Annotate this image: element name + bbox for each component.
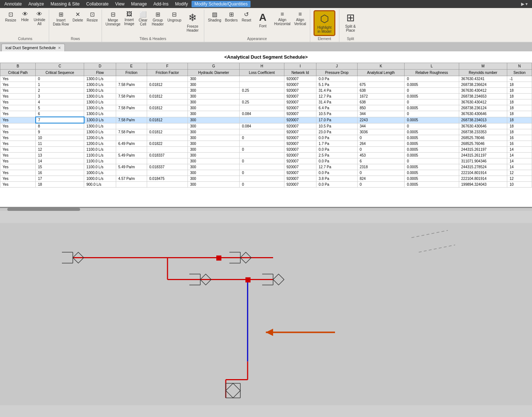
table-row[interactable]: Yes01300.0 L/s3009200070.0 Pa0367630.432…: [0, 76, 532, 82]
table-cell[interactable]: 268525.78046: [459, 135, 507, 141]
table-cell[interactable]: 1: [36, 82, 84, 88]
menu-annotate[interactable]: Annotate: [1, 1, 25, 7]
table-cell[interactable]: 4.57 Pa/m: [116, 176, 147, 182]
table-cell[interactable]: 18: [507, 129, 532, 135]
table-cell[interactable]: 0.0 Pa: [316, 147, 358, 153]
menu-view[interactable]: View: [112, 1, 127, 7]
table-cell[interactable]: -1: [507, 76, 532, 82]
table-cell[interactable]: 1300.0 L/s: [84, 117, 116, 123]
table-cell[interactable]: 1300.0 L/s: [84, 123, 116, 129]
table-cell[interactable]: [147, 158, 188, 164]
schedule-area[interactable]: <Analytical Duct Segment Schedule> B C D…: [0, 51, 532, 208]
table-cell[interactable]: [116, 99, 147, 105]
table-cell[interactable]: 920007: [284, 82, 316, 88]
table-cell[interactable]: 0: [405, 88, 459, 94]
table-cell[interactable]: [116, 123, 147, 129]
table-cell[interactable]: Yes: [0, 182, 36, 188]
table-cell[interactable]: [116, 135, 147, 141]
table-cell[interactable]: [147, 170, 188, 176]
menu-massing[interactable]: Massing & Site: [48, 1, 83, 7]
table-row[interactable]: Yes171000.0 L/s4.57 Pa/m0.01847530092000…: [0, 176, 532, 182]
table-cell[interactable]: 12: [36, 147, 84, 153]
table-cell[interactable]: 0.0005: [405, 135, 459, 141]
table-cell[interactable]: 0: [36, 76, 84, 82]
menu-modify-schedule[interactable]: Modify Schedule/Quantities: [192, 1, 251, 7]
table-cell[interactable]: 0: [405, 111, 459, 117]
table-cell[interactable]: 0.084: [240, 123, 284, 129]
table-cell[interactable]: Yes: [0, 153, 36, 158]
menu-manage[interactable]: Manage: [128, 1, 150, 7]
table-cell[interactable]: 0.018337: [147, 164, 188, 170]
table-cell[interactable]: 18: [507, 82, 532, 88]
table-cell[interactable]: 0: [357, 170, 405, 176]
table-cell[interactable]: [147, 99, 188, 105]
table-cell[interactable]: [116, 170, 147, 176]
merge-unmerge-button[interactable]: ⊟ Merge Unmerge: [104, 10, 122, 27]
reset-button[interactable]: ↺ Reset: [240, 10, 253, 23]
table-cell[interactable]: 0: [240, 182, 284, 188]
table-cell[interactable]: 14: [36, 158, 84, 164]
table-cell[interactable]: 638: [357, 99, 405, 105]
table-cell[interactable]: 11: [36, 141, 84, 147]
table-cell[interactable]: 1300.0 L/s: [84, 94, 116, 99]
table-cell[interactable]: 0.018337: [147, 153, 188, 158]
table-cell[interactable]: Yes: [0, 158, 36, 164]
menu-analyze[interactable]: Analyze: [25, 1, 47, 7]
table-cell[interactable]: 1000.0 L/s: [84, 170, 116, 176]
table-cell[interactable]: [116, 111, 147, 117]
table-cell[interactable]: 1300.0 L/s: [84, 88, 116, 94]
table-cell[interactable]: 0.0005: [405, 105, 459, 111]
table-cell[interactable]: 222104.801914: [459, 176, 507, 182]
table-cell[interactable]: 0.0005: [405, 164, 459, 170]
table-cell[interactable]: 1300.0 L/s: [84, 129, 116, 135]
table-cell[interactable]: 1100.0 L/s: [84, 164, 116, 170]
table-cell[interactable]: 5.1 Pa: [316, 82, 358, 88]
table-cell[interactable]: 2318: [357, 164, 405, 170]
table-cell[interactable]: 18: [507, 111, 532, 117]
table-cell[interactable]: 1672: [357, 94, 405, 99]
table-cell[interactable]: Yes: [0, 94, 36, 99]
table-cell[interactable]: 10: [36, 135, 84, 141]
table-cell[interactable]: 7.58 Pa/m: [116, 105, 147, 111]
table-row[interactable]: Yes151100.0 L/s5.49 Pa/m0.01833730092000…: [0, 164, 532, 170]
table-cell[interactable]: 14: [507, 164, 532, 170]
table-cell[interactable]: 8: [36, 123, 84, 129]
table-cell[interactable]: [147, 88, 188, 94]
table-row[interactable]: Yes161000.0 L/s30009200070.0 Pa00.000522…: [0, 170, 532, 176]
table-cell[interactable]: 675: [357, 82, 405, 88]
table-cell[interactable]: 6: [36, 111, 84, 117]
table-cell[interactable]: [240, 82, 284, 88]
table-cell[interactable]: 367630.430646: [459, 111, 507, 117]
table-cell[interactable]: 0.01812: [147, 129, 188, 135]
table-cell[interactable]: Yes: [0, 82, 36, 88]
table-cell[interactable]: 300: [188, 76, 240, 82]
table-cell[interactable]: 0.0005: [405, 94, 459, 99]
table-cell[interactable]: 6.49 Pa/m: [116, 141, 147, 147]
unhide-all-button[interactable]: 👁 Unhide All: [32, 10, 47, 27]
table-cell[interactable]: 31.4 Pa: [316, 88, 358, 94]
hide-button[interactable]: 👁 Hide: [19, 10, 32, 23]
table-cell[interactable]: 0.01812: [147, 105, 188, 111]
table-cell[interactable]: 7.58 Pa/m: [116, 82, 147, 88]
table-row[interactable]: Yes71300.0 L/s7.58 Pa/m0.018123009200071…: [0, 117, 532, 123]
table-cell[interactable]: 6.4 Pa: [316, 105, 358, 111]
table-cell[interactable]: [147, 147, 188, 153]
table-cell[interactable]: [240, 176, 284, 182]
table-cell[interactable]: 0.25: [240, 88, 284, 94]
table-cell[interactable]: 5.49 Pa/m: [116, 164, 147, 170]
table-cell[interactable]: 17.0 Pa: [316, 117, 358, 123]
table-cell[interactable]: 300: [188, 88, 240, 94]
table-cell[interactable]: Yes: [0, 135, 36, 141]
table-cell[interactable]: 16: [36, 170, 84, 176]
table-cell[interactable]: 18: [507, 105, 532, 111]
table-cell[interactable]: 0.0 Pa: [316, 76, 358, 82]
table-cell[interactable]: 0.0 Pa: [316, 135, 358, 141]
table-cell[interactable]: 15: [36, 164, 84, 170]
table-cell[interactable]: 367630.430412: [459, 99, 507, 105]
table-cell[interactable]: 900.0 L/s: [84, 182, 116, 188]
table-cell[interactable]: 0.0005: [405, 117, 459, 123]
insert-data-row-button[interactable]: ⊞ Insert Data Row: [51, 10, 70, 27]
freeze-header-button[interactable]: ❄ Freeze Header: [184, 10, 202, 34]
table-cell[interactable]: Yes: [0, 170, 36, 176]
table-cell[interactable]: 920007: [284, 141, 316, 147]
